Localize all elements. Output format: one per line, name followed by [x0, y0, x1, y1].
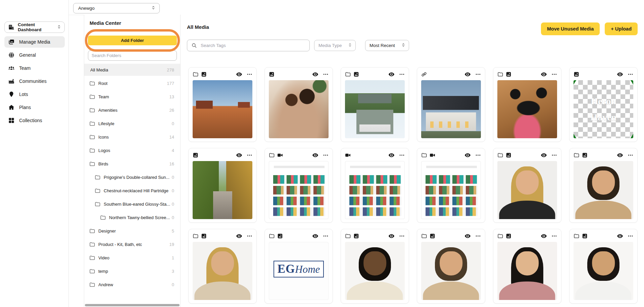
preview-eye-icon[interactable]: [464, 152, 471, 158]
sidebar-item-plans[interactable]: Plans: [4, 102, 65, 113]
more-options-icon[interactable]: [551, 152, 557, 158]
folder-row-video[interactable]: Video1: [84, 252, 180, 264]
more-options-icon[interactable]: [399, 152, 405, 158]
sidebar-item-collections[interactable]: Collections: [4, 115, 65, 126]
media-thumbnail[interactable]: [421, 242, 481, 300]
preview-eye-icon[interactable]: [541, 152, 547, 158]
more-options-icon[interactable]: [475, 152, 481, 158]
more-options-icon[interactable]: [247, 71, 252, 77]
media-thumbnail[interactable]: [345, 161, 405, 219]
sidebar-item-team[interactable]: Team: [4, 62, 65, 74]
preview-eye-icon[interactable]: [236, 152, 242, 158]
upload-button[interactable]: + Upload: [605, 22, 638, 35]
preview-eye-icon[interactable]: [464, 71, 471, 78]
folder-row-designer[interactable]: Designer5: [84, 225, 180, 237]
more-options-icon[interactable]: [475, 233, 481, 239]
more-options-icon[interactable]: [628, 71, 633, 77]
more-options-icon[interactable]: [247, 152, 252, 158]
media-card: [341, 229, 409, 304]
preview-eye-icon[interactable]: [464, 233, 471, 239]
media-thumbnail[interactable]: [421, 80, 481, 138]
folder-row-root[interactable]: Root177: [84, 77, 180, 89]
folder-icon: [89, 148, 95, 153]
media-thumbnail[interactable]: [497, 80, 557, 138]
folder-row-lifestyle[interactable]: Lifestyle0: [84, 117, 180, 130]
sidebar-item-lots[interactable]: Lots: [4, 89, 65, 100]
preview-eye-icon[interactable]: [541, 71, 547, 78]
media-thumbnail[interactable]: [269, 161, 329, 219]
media-thumbnail[interactable]: [497, 161, 557, 219]
folder-row-andrew[interactable]: Andrew0: [84, 278, 180, 291]
folder-row-all-media[interactable]: All Media 278: [84, 64, 180, 76]
portrait-torso: [194, 282, 250, 300]
scrollbar-thumb[interactable]: [85, 304, 180, 306]
preview-eye-icon[interactable]: [541, 233, 547, 239]
folder-row-prigogine-s-double-collared-sun[interactable]: Prigogine's Double-collared Sun...0: [84, 171, 180, 183]
media-thumbnail[interactable]: [345, 242, 405, 300]
add-folder-button[interactable]: Add Folder: [88, 36, 177, 45]
more-options-icon[interactable]: [551, 71, 557, 77]
more-options-icon[interactable]: [551, 233, 557, 239]
move-unused-media-button[interactable]: Move Unused Media: [541, 22, 600, 35]
preview-eye-icon[interactable]: [236, 233, 242, 239]
image-icon: [506, 233, 511, 239]
folder-row-team[interactable]: Team13: [84, 91, 180, 103]
search-tags-input[interactable]: [200, 43, 305, 48]
more-options-icon[interactable]: [399, 233, 405, 239]
preview-eye-icon[interactable]: [388, 71, 395, 78]
sidebar-item-general[interactable]: General: [4, 49, 65, 61]
card-type-icons: [497, 233, 511, 239]
media-thumbnail[interactable]: [574, 161, 633, 219]
preview-eye-icon[interactable]: [617, 152, 623, 158]
media-thumbnail[interactable]: [574, 242, 633, 300]
more-options-icon[interactable]: [323, 152, 329, 158]
preview-eye-icon[interactable]: [312, 71, 318, 78]
preview-eye-icon[interactable]: [312, 233, 318, 239]
folder-panel-scrollbar[interactable]: [85, 304, 180, 306]
sort-select[interactable]: Most Recent: [365, 40, 409, 51]
more-options-icon[interactable]: [475, 71, 481, 77]
media-type-select[interactable]: Media Type: [314, 40, 356, 51]
card-actions: [312, 233, 329, 239]
folder-row-logos[interactable]: Logos4: [84, 144, 180, 156]
content-dashboard-select[interactable]: Content Dashboard: [4, 21, 65, 33]
folder-row-southern-blue-eared-glossy-sta[interactable]: Southern Blue-eared Glossy-Sta...0: [84, 198, 180, 210]
folder-row-temp[interactable]: temp3: [84, 265, 180, 277]
folder-row-birds[interactable]: Birds16: [84, 158, 180, 170]
media-thumbnail[interactable]: [421, 161, 481, 219]
sidebar-item-communities[interactable]: Communities: [4, 75, 65, 87]
preview-eye-icon[interactable]: [312, 152, 318, 158]
media-thumbnail[interactable]: [193, 242, 252, 300]
search-folders-input[interactable]: [88, 50, 177, 61]
more-options-icon[interactable]: [323, 71, 329, 77]
sidebar-item-manage-media[interactable]: Manage Media: [4, 36, 65, 48]
more-options-icon[interactable]: [628, 152, 633, 158]
more-options-icon[interactable]: [323, 233, 329, 239]
media-thumbnail[interactable]: [193, 80, 252, 138]
more-options-icon[interactable]: [628, 233, 633, 239]
media-thumbnail[interactable]: [497, 242, 557, 300]
card-header: [574, 152, 633, 158]
card-actions: [312, 152, 329, 158]
preview-eye-icon[interactable]: [388, 233, 395, 239]
folder-row-northern-tawny-bellied-scree[interactable]: Northern Tawny-bellied Scree...0: [84, 211, 180, 223]
more-options-icon[interactable]: [247, 233, 252, 239]
folder-row-product-kit-bath-etc[interactable]: Product - Kit, Bath, etc19: [84, 238, 180, 250]
org-select[interactable]: Anewgo: [73, 3, 160, 13]
folder-row-chestnut-necklaced-hill-partridge[interactable]: Chestnut-necklaced Hill Partridge0: [84, 185, 180, 197]
folder-row-amenities[interactable]: Amenities26: [84, 104, 180, 116]
media-thumbnail[interactable]: HeronHaven: [574, 80, 633, 138]
more-options-icon[interactable]: [399, 71, 405, 77]
preview-eye-icon[interactable]: [617, 233, 623, 239]
media-thumbnail[interactable]: [193, 161, 252, 219]
preview-eye-icon[interactable]: [617, 71, 623, 78]
media-thumbnail[interactable]: [345, 80, 405, 138]
media-thumbnail[interactable]: [269, 80, 329, 138]
preview-eye-icon[interactable]: [388, 152, 395, 158]
folder-row-icons[interactable]: Icons14: [84, 131, 180, 143]
folder-count: 0: [172, 188, 174, 193]
media-card: HeronHaven: [569, 67, 638, 142]
folder-count: 0: [172, 215, 174, 220]
media-thumbnail[interactable]: EGHome: [269, 242, 329, 300]
preview-eye-icon[interactable]: [236, 71, 242, 78]
